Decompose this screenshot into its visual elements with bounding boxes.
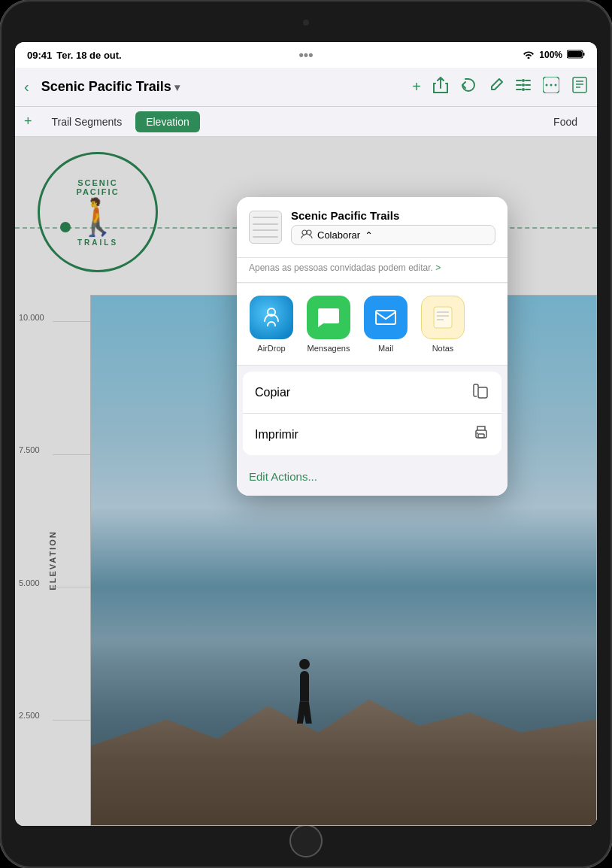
status-bar: 09:41 Ter. 18 de out. ••• 100%: [15, 42, 597, 68]
share-subtitle: Apenas as pessoas convidadas podem edita…: [237, 258, 507, 283]
print-action[interactable]: Imprimir: [243, 414, 501, 455]
copy-icon: [473, 382, 489, 402]
notes-icon: [421, 296, 465, 339]
collab-button[interactable]: Colaborar ⌄: [291, 225, 495, 245]
main-content: SCENIC PACIFIC 🚶 TRAILS ELEVATION: [15, 137, 597, 826]
share-app-airdrop[interactable]: AirDrop: [249, 296, 294, 353]
format-button[interactable]: [516, 78, 531, 96]
share-subtitle-text: Apenas as pessoas convidadas podem edita…: [249, 263, 433, 273]
ipad-frame: 09:41 Ter. 18 de out. ••• 100% ‹ Scenic …: [0, 0, 612, 868]
svg-point-4: [522, 83, 525, 86]
svg-rect-30: [478, 434, 484, 438]
edit-actions-button[interactable]: Edit Actions...: [249, 470, 317, 483]
svg-point-14: [555, 84, 557, 86]
camera: [303, 20, 309, 26]
share-app-messages[interactable]: Mensagens: [306, 296, 351, 353]
edit-actions-section: Edit Actions...: [237, 461, 507, 496]
document-title: Scenic Pacific Trails: [41, 79, 171, 95]
tab-food[interactable]: Food: [543, 111, 588, 132]
copy-label: Copiar: [255, 386, 290, 399]
svg-point-5: [522, 88, 525, 91]
battery-icon: [567, 50, 585, 61]
print-label: Imprimir: [255, 428, 298, 442]
svg-rect-24: [434, 307, 452, 328]
messages-label: Mensagens: [308, 344, 350, 353]
share-actions: Copiar Imprimir: [243, 372, 501, 455]
messages-icon: [307, 296, 350, 339]
svg-point-31: [477, 432, 478, 434]
share-app-notes[interactable]: Notas: [420, 296, 465, 353]
wifi-icon: [523, 50, 535, 61]
back-button[interactable]: ‹: [24, 75, 35, 99]
airdrop-label: AirDrop: [257, 344, 285, 353]
battery-label: 100%: [539, 50, 562, 60]
share-header: Scenic Pacific Trails Colaborar ⌄: [237, 197, 507, 258]
undo-button[interactable]: [460, 77, 477, 96]
tab-trail-segments[interactable]: Trail Segments: [41, 111, 133, 132]
svg-rect-2: [568, 51, 582, 57]
airdrop-icon: [250, 296, 293, 339]
toolbar-dots-center: •••: [299, 47, 314, 63]
tab-add-button[interactable]: +: [24, 114, 32, 129]
svg-rect-1: [583, 53, 585, 56]
more-button[interactable]: [543, 77, 559, 97]
ipad-screen: 09:41 Ter. 18 de out. ••• 100% ‹ Scenic …: [15, 42, 597, 826]
svg-rect-28: [478, 387, 487, 398]
share-sheet: Scenic Pacific Trails Colaborar ⌄ Apenas…: [237, 197, 507, 496]
add-button[interactable]: +: [412, 78, 421, 96]
home-button[interactable]: [289, 824, 323, 857]
share-subtitle-link[interactable]: >: [433, 263, 441, 273]
share-apps-row: AirDrop Mensagens Mail: [237, 284, 507, 366]
collab-icon: [301, 229, 313, 241]
share-app-mail[interactable]: Mail: [363, 296, 408, 353]
pen-button[interactable]: [489, 77, 504, 96]
collab-chevron-icon: ⌄: [365, 229, 373, 241]
mail-icon: [364, 296, 407, 339]
date-display: Ter. 18 de out.: [56, 50, 121, 61]
share-button[interactable]: [433, 77, 448, 97]
share-doc-thumbnail: [249, 211, 282, 244]
svg-point-13: [550, 84, 553, 86]
collab-label: Colaborar: [317, 229, 360, 241]
notes-label: Notas: [432, 344, 454, 353]
svg-rect-16: [573, 77, 586, 93]
app-toolbar: ‹ Scenic Pacific Trails ▾ +: [15, 68, 597, 107]
tab-elevation[interactable]: Elevation: [135, 111, 200, 132]
print-icon: [473, 424, 489, 445]
mail-label: Mail: [378, 344, 393, 353]
svg-point-12: [546, 84, 548, 86]
svg-point-21: [307, 230, 311, 235]
copy-action[interactable]: Copiar: [243, 372, 501, 414]
svg-point-3: [522, 79, 525, 82]
share-doc-info: Scenic Pacific Trails Colaborar ⌄: [291, 209, 495, 245]
tab-bar: + Trail Segments Elevation Food: [15, 107, 597, 137]
title-chevron-icon[interactable]: ▾: [174, 81, 180, 93]
svg-rect-23: [376, 311, 395, 324]
time-display: 09:41: [27, 50, 52, 61]
doc-view-button[interactable]: [571, 77, 588, 97]
share-doc-title: Scenic Pacific Trails: [291, 209, 495, 222]
svg-point-20: [302, 230, 307, 235]
